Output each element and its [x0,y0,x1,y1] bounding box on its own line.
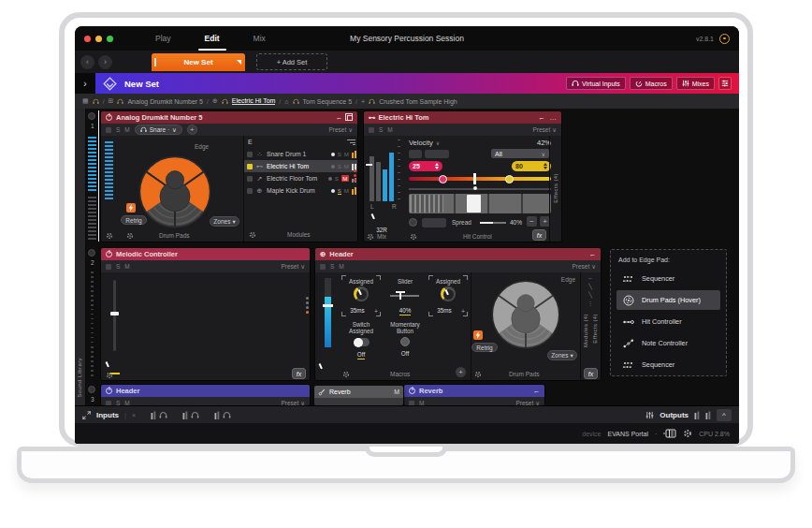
headphones-icon[interactable] [117,98,123,105]
select-checkbox[interactable] [106,127,111,133]
breadcrumb-item-drumkit[interactable]: Analog Drumkit Number 5 [127,98,203,105]
select-checkbox[interactable] [106,401,111,406]
panel-gear-icon[interactable] [105,371,113,379]
hit-control-gear-icon[interactable] [409,232,417,241]
row1-gear-icon[interactable] [88,112,95,120]
preset-dropdown[interactable]: Preset∨ [281,263,305,271]
mute-button[interactable]: M [339,263,343,270]
macro-2-knob[interactable] [441,286,456,301]
inputs-label[interactable]: Inputs [96,411,119,419]
spread-slider[interactable] [480,222,506,224]
filter-icon[interactable] [347,139,355,146]
select-checkbox[interactable] [369,127,374,133]
volume-fader-handle[interactable] [323,304,333,307]
more-icon[interactable]: … [550,113,558,122]
module-checkbox[interactable] [247,152,253,157]
module-row-floor-tom[interactable]: ↗ Electric Floor Tom S M [244,172,358,184]
velocity-mode-button[interactable] [409,150,422,158]
curve-diag-icon[interactable]: ╲ [587,284,593,290]
macro-knob-2[interactable]: Assigned 35ms + [428,275,468,316]
low-threshold-stepper[interactable]: 25 [409,161,442,171]
high-handle[interactable] [505,175,514,183]
retrig-badge[interactable] [473,330,483,340]
drum-pad[interactable] [138,154,212,229]
breadcrumb-item-sequence[interactable]: Tom Sequence 5 [303,98,353,105]
input-channel-3[interactable] [214,411,231,419]
meter-threshold-handle[interactable] [366,164,372,166]
device-icon[interactable] [663,429,676,438]
module-mute[interactable]: M [341,175,349,182]
volume-fader-track[interactable] [325,278,331,347]
module-mute[interactable]: M [344,187,349,194]
loop-icon[interactable] [409,218,417,227]
account-icon[interactable] [719,34,730,44]
select-checkbox[interactable] [409,401,414,406]
curve-diag-icon[interactable]: ╲ [587,292,593,299]
solo-button[interactable]: S [116,263,120,270]
collapse-io-button[interactable]: ^ [717,409,732,421]
retrig-pill[interactable]: Retrig [121,215,147,225]
drum-pads-gear-icon[interactable] [473,370,482,378]
power-icon[interactable] [106,114,112,121]
reverb-drag-ghost[interactable]: Reverb M [314,386,403,405]
tab-edit[interactable]: Edit [205,26,220,51]
expand-icon[interactable] [82,411,91,419]
module-mute[interactable]: M [344,163,349,169]
power-icon[interactable] [106,388,112,394]
menu-item-note-controller[interactable]: Note Controller [616,333,720,353]
zoom-window-button[interactable] [107,36,113,42]
preset-dropdown[interactable]: Preset∨ [281,400,305,406]
preset-dropdown[interactable]: Preset∨ [328,126,353,134]
velocity-dropdown[interactable]: Velocity∨ [409,139,440,147]
duplicate-icon[interactable] [347,115,353,121]
row2-gear-icon[interactable] [88,249,95,257]
drum-pad-hover[interactable] [490,279,561,350]
headphones-icon[interactable] [222,98,228,105]
mute-button[interactable]: M [124,400,129,405]
module-solo[interactable]: S [338,187,341,195]
device-name[interactable]: EVANS Portal [608,431,648,437]
module-checkbox[interactable] [247,164,253,169]
minimize-window-button[interactable] [95,36,102,42]
breadcrumb-item-hi-tom[interactable]: Electric Hi Tom [232,97,276,105]
back-icon[interactable]: ← [538,113,545,122]
row3-gear-icon[interactable] [88,386,95,393]
volume-fader-track[interactable] [113,280,116,351]
add-macro-button[interactable]: + [456,367,466,377]
mixer-icon[interactable] [645,411,654,419]
mute-button[interactable]: M [387,126,392,133]
back-icon[interactable]: ← [589,250,597,258]
macro-slider-track[interactable] [390,295,419,297]
retrig-pill[interactable]: Retrig [471,343,498,352]
macros-gear-icon[interactable] [341,370,350,378]
module-checkbox[interactable] [247,176,253,182]
back-icon[interactable]: ← [533,387,541,395]
switch-toggle[interactable] [354,338,370,346]
macro-slider[interactable]: Slider 40% [386,275,424,316]
low-handle[interactable] [439,175,447,183]
assign-crosshair-icon[interactable]: + [374,308,378,315]
input-channel-1[interactable] [151,411,167,419]
menu-item-hit-controller[interactable]: Hit Controller [616,312,720,331]
macro-1-knob[interactable] [354,286,369,301]
module-mute[interactable]: M [344,151,349,157]
modules-gear-icon[interactable] [248,230,256,239]
add-set-button[interactable]: + Add Set [256,53,327,70]
mute-button[interactable]: M [124,126,129,133]
preset-dropdown[interactable]: Preset∨ [515,400,540,406]
module-row-hi-tom[interactable]: ⊷ Electric Hi Tom S M [244,160,358,172]
solo-button[interactable]: S [116,126,120,133]
pad-settings-gear-icon[interactable] [105,231,113,240]
macros-button[interactable]: Macros [630,77,673,90]
headphones-icon[interactable] [159,411,167,419]
menu-item-drum-pads[interactable]: Drum Pads (Hover) [616,290,720,310]
mute-button[interactable]: M [124,263,129,270]
zones-dropdown[interactable]: Zones▾ [210,216,239,227]
drag-handle-dots[interactable] [354,169,356,182]
outputs-label[interactable]: Outputs [660,411,689,419]
sound-library-tab[interactable]: Sound Library [77,358,82,398]
headphones-icon[interactable] [223,411,231,419]
solo-button[interactable]: S [379,126,383,133]
settings-gear-icon[interactable] [683,429,692,438]
input-channel-2[interactable] [182,411,199,419]
